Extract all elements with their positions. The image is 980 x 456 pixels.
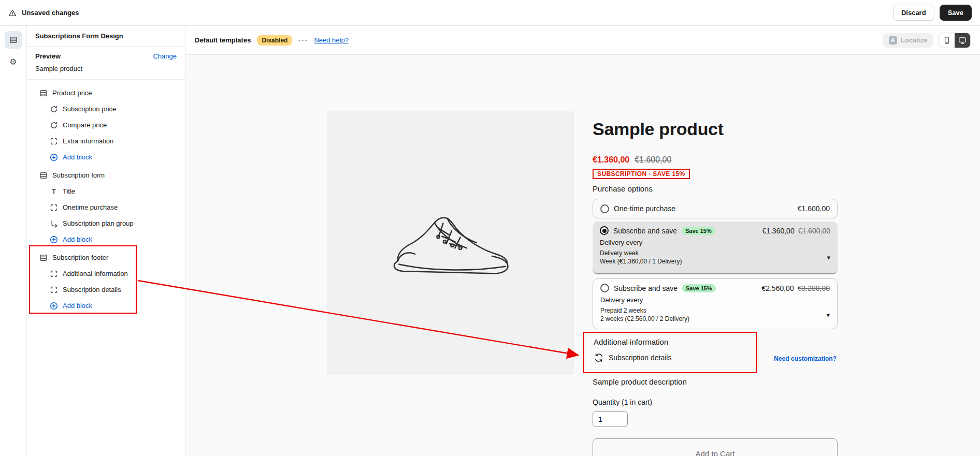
add-block-label: Add block	[63, 302, 92, 310]
add-block-label: Add block	[63, 236, 92, 243]
warning-icon	[8, 9, 17, 17]
tree-item-label: Subscription details	[63, 286, 121, 293]
delivery-plan-select[interactable]: Prepaid 2 weeks 2 weeks (€2.560,00 / 2 D…	[600, 306, 830, 323]
sidebar-item-onetime-purchase[interactable]: Onetime purchase	[27, 199, 185, 215]
main-area: Default templates Disabled ··· Need help…	[185, 26, 980, 456]
purchase-option-subscribe-1[interactable]: Subscribe and save Save 15% €1.360,00 €1…	[593, 222, 838, 274]
device-preview-toggle	[939, 33, 971, 48]
option-compare-price: €3.200,00	[798, 284, 830, 292]
add-block-button[interactable]: Add block	[27, 298, 185, 314]
radio-checked[interactable]	[600, 226, 609, 235]
subscription-details-row[interactable]: Subscription details	[594, 352, 756, 363]
subscription-details-label: Subscription details	[609, 354, 671, 362]
preview-canvas: Sample product €1.360,00 €1.600,00 SUBSC…	[185, 55, 980, 456]
purchase-option-onetime[interactable]: One-time purchase €1.600,00	[593, 199, 838, 218]
gear-icon: ⚙	[9, 57, 17, 67]
rail-sections-button[interactable]	[5, 31, 22, 49]
sidebar-item-compare-price[interactable]: Compare price	[27, 117, 185, 133]
add-block-button[interactable]: Add block	[27, 231, 185, 247]
monitor-icon	[958, 36, 967, 45]
plus-circle-icon	[50, 236, 58, 244]
option-label: Subscribe and save	[614, 284, 678, 292]
select-plan-detail: 2 weeks (€2.560,00 / 2 Delivery)	[600, 315, 689, 323]
save-percent-badge: Save 15%	[682, 227, 715, 235]
product-info: Sample product €1.360,00 €1.600,00 SUBSC…	[593, 55, 838, 456]
sections-tree: Product price Subscription price Compare…	[27, 80, 185, 314]
sidebar-item-subscription-form[interactable]: Subscription form	[27, 167, 185, 183]
tree-item-label: Onetime purchase	[63, 203, 118, 211]
option-compare-price: €1.600,00	[798, 227, 830, 235]
desktop-view-button[interactable]	[955, 33, 970, 48]
discard-button[interactable]: Discard	[893, 5, 934, 21]
contextual-save-bar: Unsaved changes Discard Save	[0, 0, 980, 26]
tree-item-label: Compare price	[63, 121, 107, 129]
rail-settings-button[interactable]: ⚙	[5, 53, 22, 70]
sidebar-item-subscription-footer[interactable]: Subscription footer	[27, 249, 185, 266]
radio-unchecked[interactable]	[600, 204, 609, 213]
refresh-icon	[50, 121, 58, 129]
subscription-save-badge: SUBSCRIPTION - SAVE 15%	[593, 169, 690, 179]
page-title: Default templates	[195, 36, 251, 44]
sidebar-item-subscription-price[interactable]: Subscription price	[27, 101, 185, 117]
compare-price: €1.600,00	[635, 155, 671, 165]
purchase-options-label: Purchase options	[593, 184, 838, 193]
sidebar-item-subscription-plan-group[interactable]: Subscription plan group	[27, 215, 185, 231]
localize-button[interactable]: A Localize	[883, 33, 933, 48]
sidebar-item-extra-information[interactable]: Extra information	[27, 133, 185, 149]
brackets-icon	[50, 203, 58, 212]
sections-sidebar: Subscriptions Form Design Preview Change…	[27, 26, 185, 456]
brackets-icon	[50, 286, 58, 294]
preview-block: Preview Change Sample product	[27, 47, 185, 80]
preview-product-name: Sample product	[35, 65, 177, 72]
brackets-icon	[50, 270, 58, 278]
brackets-icon	[50, 137, 58, 145]
tree-item-label: Title	[63, 187, 75, 195]
sidebar-item-title[interactable]: T Title	[27, 183, 185, 199]
preview-label: Preview	[35, 52, 61, 60]
tree-item-label: Additional Information	[63, 270, 128, 277]
tree-item-label: Product price	[52, 89, 92, 97]
mobile-view-button[interactable]	[939, 33, 955, 48]
sidebar-item-product-price[interactable]: Product price	[27, 85, 185, 101]
refresh-icon	[50, 105, 58, 113]
option-price: €1.600,00	[798, 204, 830, 213]
phone-icon	[943, 36, 951, 45]
need-customization-link[interactable]: Need customization?	[774, 355, 837, 362]
unsaved-changes-label: Unsaved changes	[22, 9, 79, 17]
save-button[interactable]: Save	[940, 5, 972, 21]
additional-information-title: Additional information	[594, 337, 756, 346]
main-header: Default templates Disabled ··· Need help…	[185, 26, 980, 55]
template-icon	[39, 171, 48, 180]
tree-item-label: Subscription price	[63, 105, 116, 113]
tree-item-label: Subscription form	[52, 171, 105, 179]
add-to-cart-button[interactable]: Add to Cart	[593, 438, 838, 456]
tree-item-label: Extra information	[63, 137, 113, 145]
template-icon	[39, 89, 48, 97]
sneaker-illustration	[386, 203, 515, 284]
select-plan-title: Delivery week	[600, 249, 682, 257]
template-icon	[39, 254, 48, 262]
plus-circle-icon	[50, 153, 58, 161]
localize-icon: A	[889, 36, 897, 45]
additional-information-section: Additional information Subscription deta…	[583, 332, 757, 373]
add-block-button[interactable]: Add block	[27, 149, 185, 165]
product-title: Sample product	[593, 119, 838, 139]
price-row: €1.360,00 €1.600,00	[593, 155, 838, 165]
select-plan-detail: Week (€1.360,00 / 1 Delivery)	[600, 257, 682, 266]
option-label: One-time purchase	[614, 204, 675, 213]
change-preview-link[interactable]: Change	[153, 52, 177, 60]
quantity-input[interactable]	[593, 411, 628, 427]
select-plan-title: Prepaid 2 weeks	[600, 306, 689, 315]
purchase-option-subscribe-2[interactable]: Subscribe and save Save 15% €2.560,00 €3…	[593, 278, 838, 329]
sidebar-item-additional-information[interactable]: Additional Information	[27, 266, 185, 282]
sync-icon	[594, 352, 604, 363]
sidebar-item-subscription-details[interactable]: Subscription details	[27, 282, 185, 298]
delivery-plan-select[interactable]: Delivery week Week (€1.360,00 / 1 Delive…	[600, 249, 830, 266]
text-icon: T	[50, 187, 58, 195]
need-help-link[interactable]: Need help?	[314, 36, 349, 44]
status-badge: Disabled	[257, 35, 292, 46]
more-menu-button[interactable]: ···	[298, 36, 308, 45]
option-price: €2.560,00	[761, 284, 794, 292]
chevron-down-icon: ▾	[827, 254, 830, 261]
radio-unchecked[interactable]	[600, 284, 609, 292]
